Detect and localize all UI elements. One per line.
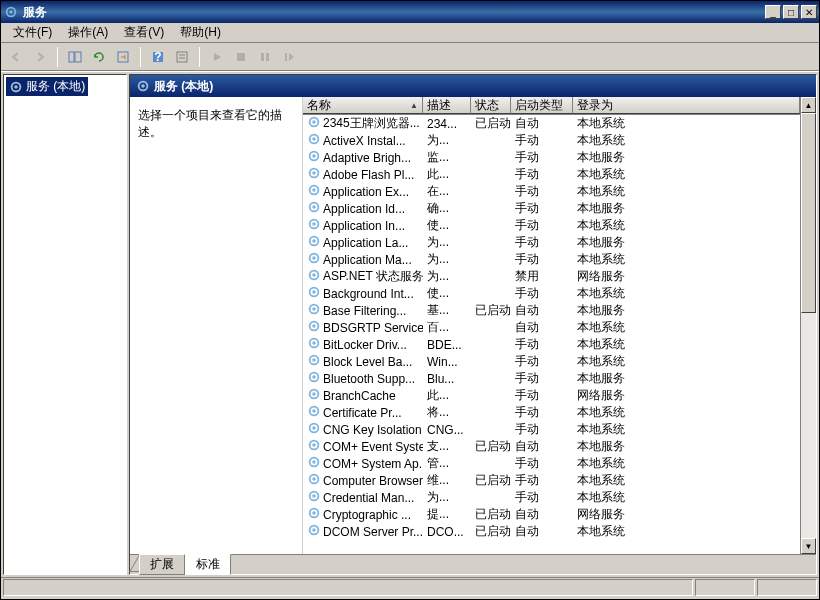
service-name: BranchCache [323, 389, 396, 403]
svg-point-23 [312, 154, 316, 158]
service-desc: BDE... [423, 338, 471, 352]
service-row[interactable]: Cryptographic ...提...已启动自动网络服务 [303, 506, 800, 523]
column-description[interactable]: 描述 [423, 97, 471, 114]
pause-service-button[interactable] [254, 46, 276, 68]
stop-service-button[interactable] [230, 46, 252, 68]
service-logon: 本地系统 [573, 183, 800, 200]
gear-icon [307, 200, 321, 217]
service-row[interactable]: Background Int...使...手动本地系统 [303, 285, 800, 302]
tree-root-item[interactable]: 服务 (本地) [6, 77, 88, 96]
service-logon: 本地系统 [573, 132, 800, 149]
gear-icon [307, 183, 321, 200]
service-desc: 将... [423, 404, 471, 421]
close-button[interactable]: ✕ [801, 5, 817, 19]
service-name: COM+ System Ap... [323, 457, 423, 471]
forward-button[interactable] [29, 46, 51, 68]
service-row[interactable]: Certificate Pr...将...手动本地系统 [303, 404, 800, 421]
service-logon: 本地系统 [573, 472, 800, 489]
service-row[interactable]: DCOM Server Pr...DCO...已启动自动本地系统 [303, 523, 800, 540]
svg-point-15 [14, 85, 18, 89]
scroll-down-button[interactable]: ▼ [801, 538, 816, 554]
minimize-button[interactable]: _ [765, 5, 781, 19]
tree-root-label: 服务 (本地) [26, 78, 85, 95]
service-row[interactable]: 2345王牌浏览器...234...已启动自动本地系统 [303, 115, 800, 132]
menu-file[interactable]: 文件(F) [5, 22, 60, 43]
content-header: 服务 (本地) [130, 75, 816, 97]
svg-rect-13 [285, 53, 287, 61]
service-row[interactable]: Credential Man...为...手动本地系统 [303, 489, 800, 506]
service-row[interactable]: BDSGRTP Service百...自动本地系统 [303, 319, 800, 336]
service-row[interactable]: Block Level Ba...Win...手动本地系统 [303, 353, 800, 370]
service-row[interactable]: BitLocker Driv...BDE...手动本地系统 [303, 336, 800, 353]
service-name: Adobe Flash Pl... [323, 168, 414, 182]
service-logon: 本地系统 [573, 285, 800, 302]
properties-button[interactable] [171, 46, 193, 68]
service-logon: 本地系统 [573, 489, 800, 506]
refresh-button[interactable] [88, 46, 110, 68]
column-name[interactable]: 名称 [303, 97, 423, 114]
service-desc: DCO... [423, 525, 471, 539]
service-row[interactable]: ActiveX Instal...为...手动本地系统 [303, 132, 800, 149]
service-row[interactable]: Computer Browser维...已启动手动本地系统 [303, 472, 800, 489]
svg-rect-3 [75, 52, 81, 62]
gear-icon [307, 268, 321, 285]
svg-point-47 [312, 358, 316, 362]
service-desc: 234... [423, 117, 471, 131]
show-hide-tree-button[interactable] [64, 46, 86, 68]
gear-icon [307, 251, 321, 268]
service-row[interactable]: Adobe Flash Pl...此...手动本地系统 [303, 166, 800, 183]
service-desc: 此... [423, 166, 471, 183]
service-row[interactable]: Bluetooth Supp...Blu...手动本地服务 [303, 370, 800, 387]
svg-point-51 [312, 392, 316, 396]
service-desc: 百... [423, 319, 471, 336]
service-row[interactable]: Application Ma...为...手动本地系统 [303, 251, 800, 268]
column-startup[interactable]: 启动类型 [511, 97, 573, 114]
description-prompt: 选择一个项目来查看它的描述。 [138, 108, 282, 139]
vertical-scrollbar[interactable]: ▲ ▼ [800, 97, 816, 554]
service-logon: 本地系统 [573, 115, 800, 132]
service-name: Computer Browser [323, 474, 423, 488]
maximize-button[interactable]: □ [783, 5, 799, 19]
export-button[interactable] [112, 46, 134, 68]
service-logon: 本地系统 [573, 319, 800, 336]
service-row[interactable]: COM+ System Ap...管...手动本地系统 [303, 455, 800, 472]
statusbar [1, 577, 819, 597]
service-row[interactable]: Base Filtering...基...已启动自动本地服务 [303, 302, 800, 319]
scroll-thumb[interactable] [801, 113, 816, 313]
menu-help[interactable]: 帮助(H) [172, 22, 229, 43]
service-row[interactable]: BranchCache此...手动网络服务 [303, 387, 800, 404]
gear-icon [9, 80, 23, 94]
service-row[interactable]: CNG Key IsolationCNG...手动本地系统 [303, 421, 800, 438]
tab-extended[interactable]: 扩展 [139, 554, 185, 575]
gear-icon [307, 336, 321, 353]
service-logon: 本地系统 [573, 421, 800, 438]
back-button[interactable] [5, 46, 27, 68]
service-row[interactable]: Adaptive Brigh...监...手动本地服务 [303, 149, 800, 166]
service-desc: 在... [423, 183, 471, 200]
gear-icon [307, 523, 321, 540]
help-button[interactable]: ? [147, 46, 169, 68]
scroll-track[interactable] [801, 113, 816, 538]
service-row[interactable]: Application Ex...在...手动本地系统 [303, 183, 800, 200]
service-row[interactable]: Application La...为...手动本地服务 [303, 234, 800, 251]
tab-standard[interactable]: 标准 [185, 554, 231, 575]
column-logon[interactable]: 登录为 [573, 97, 800, 114]
service-logon: 本地系统 [573, 217, 800, 234]
window-title: 服务 [23, 4, 763, 21]
restart-service-button[interactable] [278, 46, 300, 68]
service-row[interactable]: Application In...使...手动本地系统 [303, 217, 800, 234]
service-logon: 网络服务 [573, 268, 800, 285]
service-row[interactable]: COM+ Event System支...已启动自动本地服务 [303, 438, 800, 455]
column-status[interactable]: 状态 [471, 97, 511, 114]
svg-point-55 [312, 426, 316, 430]
start-service-button[interactable] [206, 46, 228, 68]
service-row[interactable]: Application Id...确...手动本地服务 [303, 200, 800, 217]
scroll-up-button[interactable]: ▲ [801, 97, 816, 113]
menu-view[interactable]: 查看(V) [116, 22, 172, 43]
svg-point-65 [312, 511, 316, 515]
service-row[interactable]: ASP.NET 状态服务为...禁用网络服务 [303, 268, 800, 285]
menu-action[interactable]: 操作(A) [60, 22, 116, 43]
gear-icon [307, 387, 321, 404]
service-name: Background Int... [323, 287, 414, 301]
service-logon: 网络服务 [573, 506, 800, 523]
